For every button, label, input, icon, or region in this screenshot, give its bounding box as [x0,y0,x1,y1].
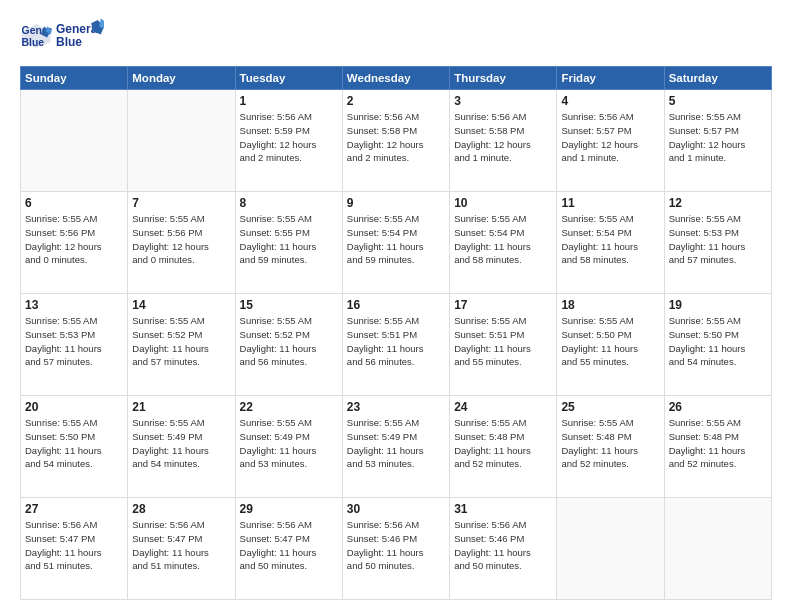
calendar-day-cell [557,498,664,600]
day-info: Sunrise: 5:55 AM Sunset: 5:52 PM Dayligh… [132,314,230,369]
day-number: 5 [669,94,767,108]
calendar-day-cell: 27Sunrise: 5:56 AM Sunset: 5:47 PM Dayli… [21,498,128,600]
day-number: 6 [25,196,123,210]
day-number: 12 [669,196,767,210]
calendar-day-cell: 22Sunrise: 5:55 AM Sunset: 5:49 PM Dayli… [235,396,342,498]
day-info: Sunrise: 5:55 AM Sunset: 5:57 PM Dayligh… [669,110,767,165]
day-number: 25 [561,400,659,414]
calendar-day-cell: 31Sunrise: 5:56 AM Sunset: 5:46 PM Dayli… [450,498,557,600]
calendar-day-cell: 5Sunrise: 5:55 AM Sunset: 5:57 PM Daylig… [664,90,771,192]
day-number: 17 [454,298,552,312]
day-info: Sunrise: 5:55 AM Sunset: 5:50 PM Dayligh… [561,314,659,369]
calendar-day-cell: 7Sunrise: 5:55 AM Sunset: 5:56 PM Daylig… [128,192,235,294]
calendar-day-cell: 10Sunrise: 5:55 AM Sunset: 5:54 PM Dayli… [450,192,557,294]
calendar-day-cell: 1Sunrise: 5:56 AM Sunset: 5:59 PM Daylig… [235,90,342,192]
svg-text:Blue: Blue [56,35,82,49]
page: General Blue General Blue [0,0,792,612]
day-info: Sunrise: 5:56 AM Sunset: 5:58 PM Dayligh… [347,110,445,165]
calendar-day-cell: 26Sunrise: 5:55 AM Sunset: 5:48 PM Dayli… [664,396,771,498]
day-info: Sunrise: 5:55 AM Sunset: 5:50 PM Dayligh… [25,416,123,471]
calendar-week-row: 20Sunrise: 5:55 AM Sunset: 5:50 PM Dayli… [21,396,772,498]
day-number: 2 [347,94,445,108]
calendar-day-cell: 11Sunrise: 5:55 AM Sunset: 5:54 PM Dayli… [557,192,664,294]
calendar-week-row: 13Sunrise: 5:55 AM Sunset: 5:53 PM Dayli… [21,294,772,396]
day-info: Sunrise: 5:56 AM Sunset: 5:59 PM Dayligh… [240,110,338,165]
day-info: Sunrise: 5:56 AM Sunset: 5:47 PM Dayligh… [132,518,230,573]
calendar-day-cell: 23Sunrise: 5:55 AM Sunset: 5:49 PM Dayli… [342,396,449,498]
logo: General Blue General Blue [20,16,104,56]
calendar-week-row: 6Sunrise: 5:55 AM Sunset: 5:56 PM Daylig… [21,192,772,294]
header: General Blue General Blue [20,16,772,56]
calendar-day-cell: 30Sunrise: 5:56 AM Sunset: 5:46 PM Dayli… [342,498,449,600]
day-number: 10 [454,196,552,210]
day-number: 11 [561,196,659,210]
calendar-day-cell: 8Sunrise: 5:55 AM Sunset: 5:55 PM Daylig… [235,192,342,294]
calendar-day-cell: 18Sunrise: 5:55 AM Sunset: 5:50 PM Dayli… [557,294,664,396]
calendar-day-cell: 13Sunrise: 5:55 AM Sunset: 5:53 PM Dayli… [21,294,128,396]
day-number: 19 [669,298,767,312]
day-number: 30 [347,502,445,516]
calendar-day-cell: 25Sunrise: 5:55 AM Sunset: 5:48 PM Dayli… [557,396,664,498]
day-info: Sunrise: 5:56 AM Sunset: 5:47 PM Dayligh… [240,518,338,573]
day-info: Sunrise: 5:55 AM Sunset: 5:51 PM Dayligh… [454,314,552,369]
day-number: 21 [132,400,230,414]
calendar-day-cell: 24Sunrise: 5:55 AM Sunset: 5:48 PM Dayli… [450,396,557,498]
calendar-day-cell: 6Sunrise: 5:55 AM Sunset: 5:56 PM Daylig… [21,192,128,294]
calendar-day-cell: 2Sunrise: 5:56 AM Sunset: 5:58 PM Daylig… [342,90,449,192]
day-number: 28 [132,502,230,516]
day-info: Sunrise: 5:55 AM Sunset: 5:54 PM Dayligh… [347,212,445,267]
day-info: Sunrise: 5:55 AM Sunset: 5:52 PM Dayligh… [240,314,338,369]
calendar-day-cell [664,498,771,600]
day-info: Sunrise: 5:56 AM Sunset: 5:46 PM Dayligh… [347,518,445,573]
calendar-day-cell [128,90,235,192]
weekday-header: Saturday [664,67,771,90]
calendar-day-cell: 14Sunrise: 5:55 AM Sunset: 5:52 PM Dayli… [128,294,235,396]
day-info: Sunrise: 5:55 AM Sunset: 5:48 PM Dayligh… [561,416,659,471]
calendar-day-cell: 20Sunrise: 5:55 AM Sunset: 5:50 PM Dayli… [21,396,128,498]
calendar-day-cell: 15Sunrise: 5:55 AM Sunset: 5:52 PM Dayli… [235,294,342,396]
calendar-day-cell: 16Sunrise: 5:55 AM Sunset: 5:51 PM Dayli… [342,294,449,396]
day-info: Sunrise: 5:55 AM Sunset: 5:49 PM Dayligh… [132,416,230,471]
day-info: Sunrise: 5:55 AM Sunset: 5:56 PM Dayligh… [25,212,123,267]
day-number: 20 [25,400,123,414]
day-number: 9 [347,196,445,210]
weekday-header: Friday [557,67,664,90]
day-info: Sunrise: 5:55 AM Sunset: 5:54 PM Dayligh… [561,212,659,267]
day-number: 26 [669,400,767,414]
day-number: 31 [454,502,552,516]
day-info: Sunrise: 5:56 AM Sunset: 5:46 PM Dayligh… [454,518,552,573]
calendar-day-cell: 9Sunrise: 5:55 AM Sunset: 5:54 PM Daylig… [342,192,449,294]
svg-text:Blue: Blue [22,37,45,48]
day-info: Sunrise: 5:55 AM Sunset: 5:50 PM Dayligh… [669,314,767,369]
logo-icon: General Blue [20,20,52,52]
calendar-day-cell: 3Sunrise: 5:56 AM Sunset: 5:58 PM Daylig… [450,90,557,192]
calendar-day-cell: 29Sunrise: 5:56 AM Sunset: 5:47 PM Dayli… [235,498,342,600]
calendar-day-cell: 4Sunrise: 5:56 AM Sunset: 5:57 PM Daylig… [557,90,664,192]
calendar-day-cell: 12Sunrise: 5:55 AM Sunset: 5:53 PM Dayli… [664,192,771,294]
day-number: 29 [240,502,338,516]
weekday-header: Sunday [21,67,128,90]
day-info: Sunrise: 5:55 AM Sunset: 5:49 PM Dayligh… [240,416,338,471]
calendar-day-cell [21,90,128,192]
day-info: Sunrise: 5:55 AM Sunset: 5:56 PM Dayligh… [132,212,230,267]
day-number: 24 [454,400,552,414]
day-info: Sunrise: 5:55 AM Sunset: 5:53 PM Dayligh… [25,314,123,369]
day-number: 8 [240,196,338,210]
weekday-header: Tuesday [235,67,342,90]
day-number: 23 [347,400,445,414]
day-info: Sunrise: 5:55 AM Sunset: 5:49 PM Dayligh… [347,416,445,471]
day-number: 18 [561,298,659,312]
calendar-table: SundayMondayTuesdayWednesdayThursdayFrid… [20,66,772,600]
day-info: Sunrise: 5:55 AM Sunset: 5:55 PM Dayligh… [240,212,338,267]
day-number: 3 [454,94,552,108]
calendar-week-row: 1Sunrise: 5:56 AM Sunset: 5:59 PM Daylig… [21,90,772,192]
day-info: Sunrise: 5:55 AM Sunset: 5:51 PM Dayligh… [347,314,445,369]
day-info: Sunrise: 5:56 AM Sunset: 5:57 PM Dayligh… [561,110,659,165]
day-number: 16 [347,298,445,312]
day-info: Sunrise: 5:56 AM Sunset: 5:58 PM Dayligh… [454,110,552,165]
day-number: 4 [561,94,659,108]
calendar-day-cell: 19Sunrise: 5:55 AM Sunset: 5:50 PM Dayli… [664,294,771,396]
day-info: Sunrise: 5:55 AM Sunset: 5:53 PM Dayligh… [669,212,767,267]
calendar-week-row: 27Sunrise: 5:56 AM Sunset: 5:47 PM Dayli… [21,498,772,600]
weekday-header: Wednesday [342,67,449,90]
